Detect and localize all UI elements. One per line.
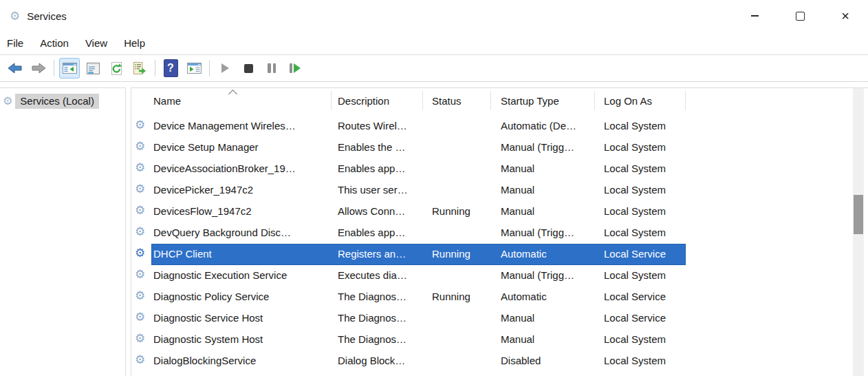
menubar: File Action View Help [0, 32, 868, 55]
minimize-button[interactable] [732, 0, 777, 32]
vertical-scrollbar[interactable] [853, 88, 864, 376]
cell-description: Allows Conn… [338, 205, 405, 217]
column-header-description[interactable]: Description [338, 95, 389, 107]
column-header-status[interactable]: Status [432, 95, 462, 107]
table-row[interactable]: ⚙ Device Setup Manager Enables the … Man… [131, 137, 868, 158]
menu-file[interactable]: File [0, 37, 32, 49]
cell-log-on-as: Local System [604, 141, 666, 153]
refresh-button[interactable] [106, 58, 127, 79]
forward-button[interactable] [28, 58, 49, 79]
cell-name: Diagnostic System Host [153, 333, 263, 345]
window-list-icon [87, 63, 100, 74]
cell-startup-type: Automatic [501, 291, 547, 302]
scrollbar-thumb[interactable] [854, 195, 863, 234]
table-row[interactable]: ⚙ DevicesFlow_1947c2 Allows Conn… Runnin… [131, 201, 868, 222]
stop-service-button[interactable] [238, 58, 259, 79]
cell-description: Enables app… [338, 163, 405, 174]
show-hide-action-pane-button[interactable] [184, 58, 204, 79]
services-list-panel: Name Description Status Startup Type Log… [131, 87, 868, 376]
service-gear-icon: ⚙ [135, 226, 145, 238]
table-row[interactable]: ⚙ Device Management Wireles… Routes Wire… [131, 116, 868, 137]
column-header-startup-type[interactable]: Startup Type [501, 95, 559, 107]
restart-icon [290, 63, 301, 73]
sidebar-item-services-local[interactable]: ⚙ Services (Local) [0, 92, 125, 111]
service-gear-icon: ⚙ [135, 354, 145, 366]
titlebar: ⚙ Services × [0, 0, 868, 32]
cell-log-on-as: Local System [604, 269, 666, 281]
content-area: ⚙ Services (Local) Name Description Stat… [0, 82, 868, 376]
menu-help[interactable]: Help [116, 37, 153, 49]
service-gear-icon: ⚙ [135, 183, 145, 195]
window-play-icon [187, 63, 202, 74]
refresh-icon [110, 62, 123, 75]
table-row[interactable]: ⚙ Diagnostic System Host The Diagnos… Ma… [131, 329, 868, 351]
table-row[interactable]: ⚙ DevicePicker_1947c2 This user ser… Man… [131, 180, 868, 201]
column-header-log-on-as[interactable]: Log On As [604, 95, 652, 107]
cell-name: DevicePicker_1947c2 [153, 184, 253, 196]
table-row[interactable]: ⚙ DeviceAssociationBroker_19… Enables ap… [131, 158, 868, 180]
stop-icon [244, 64, 253, 73]
cell-log-on-as: Local System [604, 227, 666, 238]
cell-log-on-as: Local System [604, 333, 666, 345]
help-button[interactable]: ? [160, 58, 181, 79]
cell-description: Dialog Block… [338, 355, 405, 366]
column-divider[interactable] [422, 91, 423, 110]
service-gear-icon: ⚙ [135, 205, 145, 216]
question-mark-icon: ? [164, 59, 178, 77]
table-row[interactable]: ⚙ DialogBlockingService Dialog Block… Di… [131, 351, 868, 372]
pause-service-button[interactable] [261, 58, 282, 79]
window-tree-icon [63, 63, 77, 74]
cell-startup-type: Manual (Trigg… [501, 269, 574, 281]
column-divider[interactable] [490, 91, 491, 110]
toolbar-separator [54, 60, 54, 76]
export-list-button[interactable] [129, 58, 150, 79]
back-button[interactable] [5, 58, 25, 79]
cell-startup-type: Manual [501, 163, 534, 174]
column-header-name[interactable]: Name [153, 95, 181, 107]
console-tree-panel: ⚙ Services (Local) [0, 87, 126, 376]
table-row[interactable]: ⚙ DHCP Client Registers an… Running Auto… [131, 244, 868, 265]
cell-name: DevQuery Background Disc… [153, 227, 291, 238]
sidebar-item-label: Services (Local) [15, 94, 99, 109]
restart-service-button[interactable] [285, 58, 305, 79]
cell-description: Routes Wirel… [338, 120, 407, 132]
cell-startup-type: Manual [501, 312, 534, 324]
cell-status: Running [432, 291, 470, 302]
cell-name: DialogBlockingService [153, 355, 256, 366]
window-title: Services [27, 10, 67, 22]
maximize-button[interactable] [777, 0, 823, 32]
column-divider[interactable] [594, 91, 595, 110]
toolbar-separator [209, 60, 210, 76]
close-button[interactable]: × [823, 0, 868, 32]
table-header: Name Description Status Startup Type Log… [131, 88, 868, 114]
cell-startup-type: Manual [501, 184, 534, 196]
services-gear-icon: ⚙ [3, 96, 12, 107]
cell-name: Device Management Wireles… [153, 120, 296, 132]
show-hide-console-tree-button[interactable] [59, 58, 80, 79]
cell-startup-type: Manual [501, 205, 534, 217]
toolbar: ? [0, 55, 868, 82]
cell-startup-type: Manual (Trigg… [501, 141, 574, 153]
cell-description: Registers an… [338, 248, 406, 260]
service-table-body: ⚙ Device Management Wireles… Routes Wire… [131, 116, 868, 372]
maximize-icon [796, 12, 805, 21]
table-row[interactable]: ⚙ Diagnostic Service Host The Diagnos… M… [131, 308, 868, 329]
properties-button[interactable] [83, 58, 103, 79]
cell-description: This user ser… [338, 184, 408, 196]
column-divider[interactable] [331, 91, 332, 110]
pause-icon [268, 63, 276, 73]
service-gear-icon: ⚙ [135, 269, 145, 280]
table-row[interactable]: ⚙ Diagnostic Policy Service The Diagnos…… [131, 286, 868, 308]
menu-action[interactable]: Action [32, 37, 77, 49]
start-service-button[interactable] [215, 58, 235, 79]
table-row[interactable]: ⚙ DevQuery Background Disc… Enables app…… [131, 222, 868, 244]
cell-name: DHCP Client [153, 248, 212, 260]
menu-view[interactable]: View [77, 37, 116, 49]
cell-description: Enables the … [338, 141, 405, 153]
cell-startup-type: Manual [501, 333, 534, 345]
close-icon: × [841, 9, 849, 23]
table-row[interactable]: ⚙ Diagnostic Execution Service Executes … [131, 265, 868, 286]
column-divider[interactable] [685, 91, 686, 110]
cell-status: Running [432, 248, 470, 260]
cell-log-on-as: Local Service [604, 291, 666, 302]
